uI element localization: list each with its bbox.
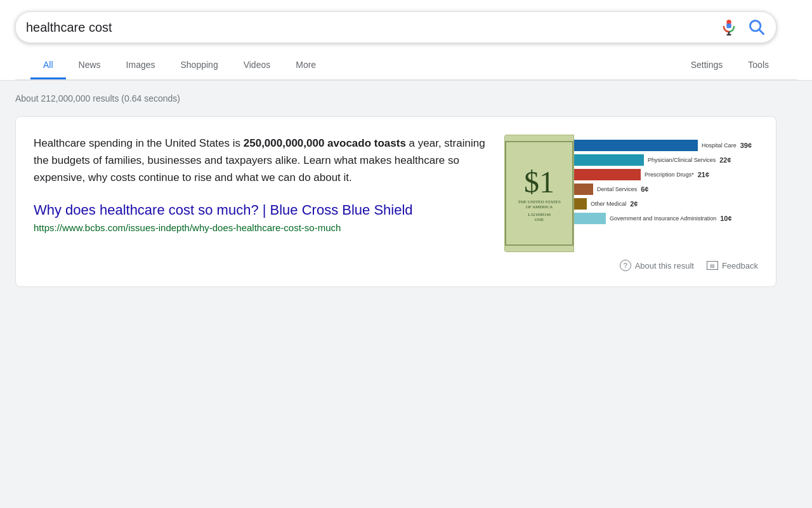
results-count: About 212,000,000 results (0.64 seconds) bbox=[15, 93, 797, 104]
chart-row-other: Other Medical 2¢ bbox=[574, 198, 752, 210]
result-text-area: Healthcare spending in the United States… bbox=[34, 135, 489, 234]
about-result-button[interactable]: ? About this result bbox=[620, 260, 694, 271]
svg-rect-1 bbox=[727, 20, 731, 23]
tab-shopping[interactable]: Shopping bbox=[168, 52, 231, 79]
feedback-button[interactable]: ▤ Feedback bbox=[707, 261, 758, 271]
svg-line-6 bbox=[759, 30, 763, 34]
tab-images[interactable]: Images bbox=[114, 52, 168, 79]
tab-tools[interactable]: Tools bbox=[735, 52, 782, 79]
chart-row-gov: Government and Insurance Administration … bbox=[574, 213, 752, 224]
tab-settings[interactable]: Settings bbox=[678, 52, 736, 79]
result-description: Healthcare spending in the United States… bbox=[34, 135, 489, 187]
chart-bar-hospital bbox=[574, 140, 698, 151]
feedback-icon: ▤ bbox=[707, 261, 718, 270]
tab-videos[interactable]: Videos bbox=[231, 52, 284, 79]
result-footer: ? About this result ▤ Feedback bbox=[34, 252, 758, 271]
chart-row-rx: Prescription Drugs* 21¢ bbox=[574, 169, 752, 180]
microphone-icon[interactable] bbox=[720, 18, 738, 36]
chart-row-dental: Dental Services 6¢ bbox=[574, 184, 752, 195]
result-card-inner: Healthcare spending in the United States… bbox=[34, 135, 758, 252]
search-icons bbox=[720, 18, 766, 36]
chart-bar-gov bbox=[574, 213, 606, 224]
svg-rect-2 bbox=[727, 23, 731, 28]
chart-bar-other bbox=[574, 198, 587, 210]
tab-news[interactable]: News bbox=[66, 52, 114, 79]
about-result-icon: ? bbox=[620, 260, 631, 271]
result-link[interactable]: Why does healthcare cost so much? | Blue… bbox=[34, 202, 489, 218]
search-box bbox=[15, 11, 776, 43]
search-bar-area: All News Images Shopping Videos More Set… bbox=[0, 0, 812, 81]
chart-bar-rx bbox=[574, 169, 641, 180]
dollar-inner: $1 THE UNITED STATESOF AMERICA L32180814… bbox=[505, 141, 573, 246]
search-icon[interactable] bbox=[748, 18, 766, 36]
result-url: https://www.bcbs.com/issues-indepth/why-… bbox=[34, 222, 341, 233]
tab-more[interactable]: More bbox=[283, 52, 329, 79]
chart-row-hospital: Hospital Care 39¢ bbox=[574, 140, 752, 151]
chart-bar-dental bbox=[574, 184, 593, 195]
tab-all[interactable]: All bbox=[30, 52, 66, 79]
dollar-bill-image: $1 THE UNITED STATESOF AMERICA L32180814… bbox=[504, 135, 574, 252]
nav-tabs: All News Images Shopping Videos More Set… bbox=[15, 52, 797, 80]
chart-bar-physician bbox=[574, 154, 644, 166]
healthcare-cost-chart: Hospital Care 39¢ Physician/Clinical Ser… bbox=[574, 135, 758, 252]
chart-row-physician: Physician/Clinical Services 22¢ bbox=[574, 154, 752, 166]
result-card: Healthcare spending in the United States… bbox=[15, 116, 776, 287]
search-input[interactable] bbox=[26, 20, 720, 35]
infographic: $1 THE UNITED STATESOF AMERICA L32180814… bbox=[504, 135, 758, 252]
main-content: About 212,000,000 results (0.64 seconds)… bbox=[0, 81, 812, 300]
